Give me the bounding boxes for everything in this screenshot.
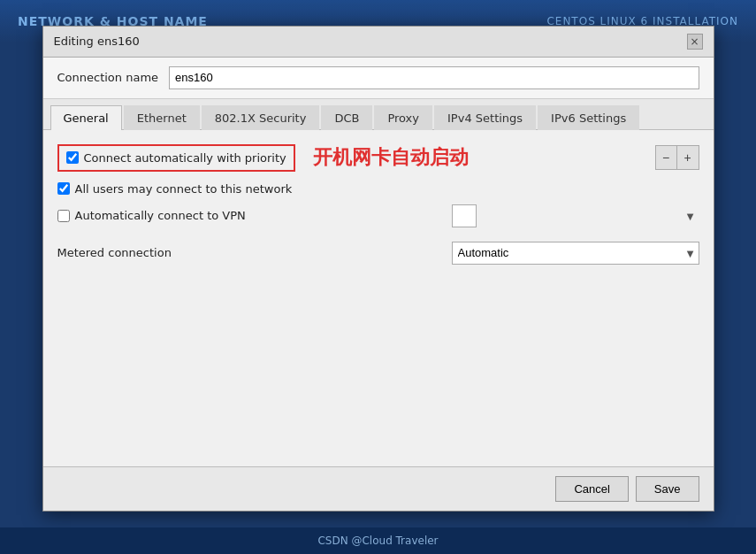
vpn-dropdown-wrapper bbox=[452, 204, 699, 227]
tab-security[interactable]: 802.1X Security bbox=[202, 105, 320, 130]
metered-dropdown[interactable]: Automatic Yes No bbox=[452, 242, 699, 265]
cancel-button[interactable]: Cancel bbox=[555, 476, 628, 502]
metered-dropdown-wrapper: Automatic Yes No bbox=[452, 242, 699, 265]
bg-footer: CSDN @Cloud Traveler bbox=[0, 527, 756, 554]
priority-spin: − + bbox=[655, 145, 699, 170]
connect-auto-label: Connect automatically with priority bbox=[84, 151, 286, 165]
close-button[interactable]: × bbox=[687, 34, 703, 50]
tab-general[interactable]: General bbox=[50, 105, 122, 130]
dialog-overlay: Editing ens160 × Connection name General… bbox=[0, 0, 756, 554]
tab-proxy[interactable]: Proxy bbox=[374, 105, 432, 130]
content-area: Connect automatically with priority 开机网卡… bbox=[43, 130, 714, 466]
save-button[interactable]: Save bbox=[636, 476, 699, 502]
all-users-checkbox[interactable] bbox=[57, 182, 70, 195]
tab-ipv4[interactable]: IPv4 Settings bbox=[434, 105, 536, 130]
spin-minus-button[interactable]: − bbox=[656, 146, 677, 169]
connect-auto-checkbox[interactable] bbox=[66, 151, 79, 164]
connect-priority-box: Connect automatically with priority bbox=[57, 144, 295, 172]
tab-ipv6[interactable]: IPv6 Settings bbox=[538, 105, 639, 130]
spin-box: − + bbox=[655, 145, 699, 170]
all-users-label: All users may connect to this network bbox=[75, 182, 293, 196]
annotation-text: 开机网卡自动启动 bbox=[295, 144, 655, 171]
dialog-titlebar: Editing ens160 × bbox=[43, 27, 714, 58]
vpn-checkbox[interactable] bbox=[57, 210, 70, 222]
vpn-dropdown[interactable] bbox=[452, 204, 477, 227]
tab-ethernet[interactable]: Ethernet bbox=[124, 105, 200, 130]
vpn-label: Automatically connect to VPN bbox=[75, 209, 246, 222]
dialog-title: Editing ens160 bbox=[54, 35, 140, 48]
tab-dcb[interactable]: DCB bbox=[321, 105, 372, 130]
metered-label: Metered connection bbox=[57, 246, 172, 259]
tab-bar: General Ethernet 802.1X Security DCB Pro… bbox=[43, 99, 714, 130]
dialog: Editing ens160 × Connection name General… bbox=[42, 26, 714, 512]
footer-text: CSDN @Cloud Traveler bbox=[317, 535, 438, 547]
connection-name-label: Connection name bbox=[57, 71, 159, 84]
metered-row: Metered connection Automatic Yes No bbox=[57, 242, 699, 265]
connection-name-input[interactable] bbox=[169, 66, 699, 89]
dialog-footer: Cancel Save bbox=[43, 466, 714, 511]
all-users-row: All users may connect to this network bbox=[57, 182, 699, 196]
connection-name-row: Connection name bbox=[43, 58, 714, 99]
spin-plus-button[interactable]: + bbox=[677, 146, 699, 169]
vpn-row: Automatically connect to VPN bbox=[57, 204, 699, 227]
connect-priority-section: Connect automatically with priority 开机网卡… bbox=[57, 144, 699, 172]
